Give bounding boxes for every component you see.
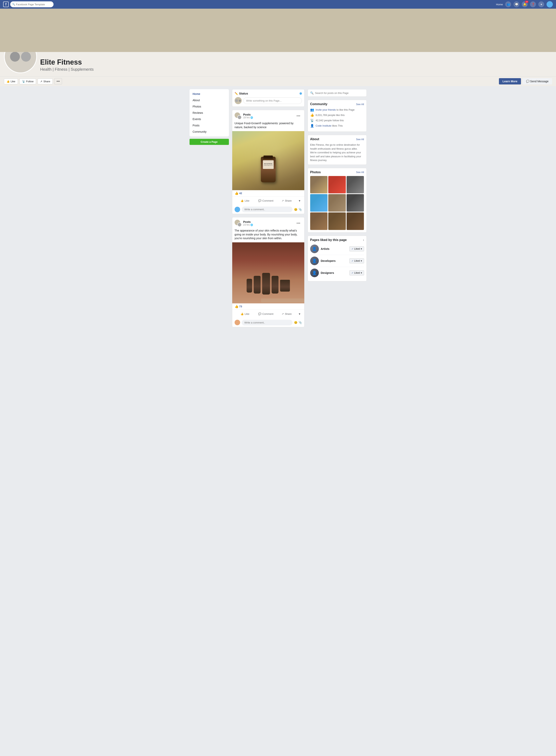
pages-liked-chevron-icon[interactable]: › — [363, 238, 364, 242]
sidebar-item-home[interactable]: Home — [189, 91, 229, 97]
status-header: ✏️ Status — [235, 92, 302, 95]
comment-avatar-2 — [235, 320, 240, 325]
photo-thumb-6[interactable] — [347, 194, 364, 212]
photo-thumb-4[interactable] — [310, 194, 328, 212]
community-invite-link[interactable]: Invite your friends — [316, 108, 336, 111]
notifications-icon-btn[interactable]: 🔔 19 — [522, 1, 528, 7]
post-1-content: Unique Food-Grown® supplements: powered … — [232, 119, 304, 131]
photos-see-all[interactable]: See All — [356, 171, 364, 174]
emoji-icon[interactable]: 😊 — [294, 208, 298, 211]
post-1-author-pic — [235, 112, 242, 119]
post-1-author-name: Posts — [243, 113, 253, 116]
post-1-reactions: 👍 42 — [232, 190, 304, 196]
developers-page-name: Developers — [321, 259, 347, 263]
top-search-bar[interactable]: 🔍 — [10, 1, 54, 7]
status-box: ✏️ Status Write something on this Page..… — [232, 89, 305, 107]
photo-thumb-3[interactable] — [347, 176, 364, 194]
friends-icon-btn[interactable]: 👥 — [505, 1, 511, 7]
emoji-icon-2[interactable]: 😊 — [294, 321, 298, 324]
post-1-action-more[interactable]: ▾ — [297, 197, 302, 204]
search-widget-icon: 🔍 — [310, 91, 314, 95]
post-2-comment-btn[interactable]: 💬 Comment — [255, 311, 276, 317]
photos-grid — [310, 176, 364, 230]
status-indicator — [300, 92, 302, 95]
about-widget: About See All Elite Fitness, the go-to o… — [308, 135, 367, 165]
reaction-icon: 👍 — [235, 192, 239, 195]
community-see-all[interactable]: See All — [356, 103, 364, 106]
follow-button[interactable]: 📡 Follow — [20, 78, 36, 84]
post-2-share-btn[interactable]: ↗ Share — [276, 311, 297, 317]
about-see-all[interactable]: See All — [356, 138, 364, 141]
post-1-more-btn[interactable]: ••• — [295, 113, 302, 119]
photo-thumb-7[interactable] — [310, 212, 328, 230]
artists-liked-btn[interactable]: ✓ Liked ▾ — [349, 246, 364, 251]
sidebar-item-community[interactable]: Community — [189, 129, 229, 135]
designers-liked-btn[interactable]: ✓ Liked ▾ — [349, 270, 364, 275]
designers-page-name: Designers — [321, 271, 347, 274]
post-2-image — [232, 242, 304, 303]
learn-more-button[interactable]: Learn More — [499, 78, 521, 84]
post-1-comment-btn[interactable]: 💬 Comment — [255, 198, 276, 204]
post-1-actions: 👍 Like 💬 Comment ↗ Share ▾ — [232, 196, 304, 205]
sidebar-navigation: Home About Photos Reviews Events Posts C… — [189, 89, 229, 136]
comment-avatar-1 — [235, 207, 240, 212]
account-menu-btn[interactable]: ▾ — [538, 1, 544, 7]
post-1-comment-input[interactable] — [242, 207, 292, 212]
pencil-icon: ✏️ — [235, 92, 238, 95]
comment-icon-2: 💬 — [258, 312, 262, 315]
home-nav-link[interactable]: Home — [496, 3, 503, 6]
sidebar-item-about[interactable]: About — [189, 97, 229, 103]
like-icon-2: 👍 — [241, 312, 244, 315]
photo-thumb-5[interactable] — [328, 194, 346, 212]
post-2-comment-input[interactable] — [242, 320, 292, 325]
followers-icon: 📡 — [310, 118, 314, 122]
photo-thumb-8[interactable] — [328, 212, 346, 230]
post-1-like-btn[interactable]: 👍 Like — [235, 198, 255, 204]
share-button[interactable]: ↗ Share — [38, 78, 53, 84]
community-likes-this-link[interactable]: Code Institute — [316, 124, 332, 127]
share-icon: ↗ — [40, 80, 42, 83]
developers-liked-btn[interactable]: ✓ Liked ▾ — [349, 258, 364, 264]
share-icon-post-2: ↗ — [282, 312, 284, 315]
post-1-share-btn[interactable]: ↗ Share — [276, 198, 297, 204]
like-icon: 👍 — [241, 199, 244, 202]
post-1-header: Posts 18 hrs 🌐 ••• — [232, 110, 304, 119]
check-icon: ✓ — [351, 247, 353, 250]
top-search-input[interactable] — [16, 3, 51, 6]
send-message-button[interactable]: 💬 Send Message — [523, 78, 552, 84]
photo-thumb-1[interactable] — [310, 176, 328, 194]
photo-thumb-2[interactable] — [328, 176, 346, 194]
help-icon-btn[interactable]: ❓ — [530, 1, 536, 7]
like-button[interactable]: 👍 Like — [4, 78, 18, 84]
pages-liked-widget: Pages liked by this page › 👤 Artists ✓ L… — [308, 236, 367, 281]
community-followers-item: 📡 42,042 people follow this — [310, 118, 364, 122]
search-icon: 🔍 — [12, 3, 15, 6]
action-bar-right: Learn More 💬 Send Message — [499, 78, 552, 84]
post-2-more-btn[interactable]: ••• — [295, 220, 302, 226]
photo-thumb-9[interactable] — [347, 212, 364, 230]
create-page-button[interactable]: Create a Page — [189, 139, 229, 145]
status-avatar — [235, 97, 242, 104]
sidebar-item-posts[interactable]: Posts — [189, 122, 229, 129]
sidebar-item-events[interactable]: Events — [189, 116, 229, 122]
user-avatar[interactable] — [547, 1, 553, 7]
designers-page-thumb: 👤 — [310, 269, 319, 277]
status-input[interactable]: Write something on this Page... — [243, 98, 302, 104]
sidebar-item-photos[interactable]: Photos — [189, 103, 229, 110]
share-icon-post: ↗ — [282, 199, 284, 202]
sticker-icon[interactable]: 📎 — [299, 208, 302, 211]
comment-icon: 💬 — [258, 199, 262, 202]
sidebar-item-reviews[interactable]: Reviews — [189, 110, 229, 116]
post-2-like-btn[interactable]: 👍 Like — [235, 311, 255, 317]
status-title: ✏️ Status — [235, 92, 248, 95]
post-2-author: Posts 23 hrs 🌐 — [235, 220, 253, 227]
status-input-row: Write something on this Page... — [235, 97, 302, 104]
more-options-btn[interactable]: ••• — [54, 78, 62, 84]
facebook-logo[interactable]: f — [3, 2, 9, 7]
post-2-action-more[interactable]: ▾ — [297, 310, 302, 317]
cover-photo — [0, 9, 556, 52]
sticker-icon-2[interactable]: 📎 — [299, 321, 302, 324]
messenger-icon-btn[interactable]: 💬 — [514, 1, 519, 7]
page-subtitle: Health | Fitness | Supplements — [40, 67, 94, 72]
page-search-input[interactable] — [315, 92, 364, 95]
